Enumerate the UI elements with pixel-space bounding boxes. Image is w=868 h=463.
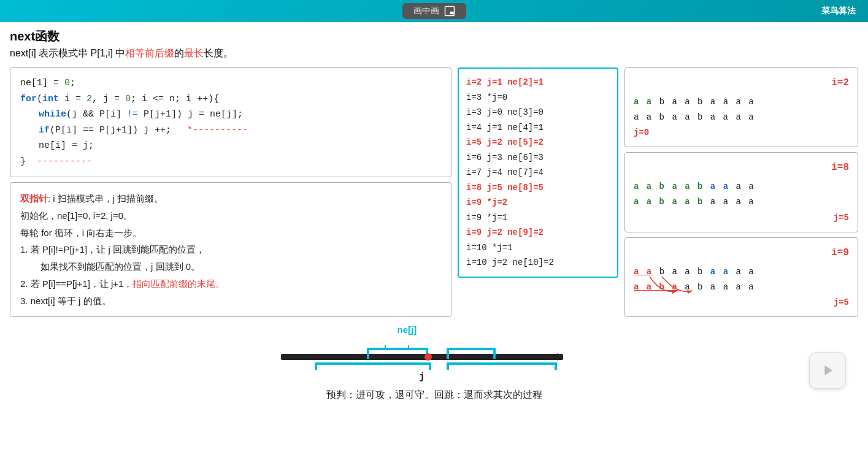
panel-i9: i=9 a a b a a b a a a a a a b a a b a a … — [624, 237, 858, 317]
mid-row-0: i=2 j=1 ne[2]=1 — [466, 75, 610, 90]
right-column: i=2 a a b a a b a a a a a a b a a b a a … — [624, 67, 858, 317]
code-line-4: if(P[i] == P[j+1]) j ++; *---------- — [39, 123, 441, 139]
code-box: ne[1] = 0; for(int i = 2, j = 0; i <= n;… — [10, 67, 451, 177]
panel-i2-row1: a a b a a b a a a a — [634, 94, 849, 110]
left-column: ne[1] = 0; for(int i = 2, j = 0; i <= n;… — [10, 67, 451, 317]
desc-item-2-red: 指向匹配前缀的末尾。 — [133, 278, 225, 289]
svg-rect-4 — [367, 348, 428, 350]
subtitle-mid: 的 — [174, 48, 184, 58]
page-heading: next函数 — [10, 28, 858, 45]
subtitle-suffix: 长度。 — [204, 48, 233, 58]
subtitle-prefix: next[i] 表示模式串 P[1,i] 中 — [10, 48, 125, 58]
svg-rect-14 — [315, 362, 431, 365]
mid-row-7: i=8 j=5 ne[8]=5 — [466, 180, 610, 196]
svg-rect-9 — [493, 348, 496, 359]
middle-column: i=2 j=1 ne[2]=1i=3 *j=0i=3 j=0 ne[3]=0i=… — [458, 67, 618, 278]
bottom-row: ne[j] — [10, 324, 858, 383]
mid-row-1: i=3 *j=0 — [466, 90, 610, 105]
panel-i2-row2: a a b a a b a a a a — [634, 110, 849, 125]
mid-row-2: i=3 j=0 ne[3]=0 — [466, 105, 610, 120]
mid-row-12: i=10 j=2 ne[10]=2 — [466, 255, 610, 270]
subtitle-red2: 最长 — [184, 48, 204, 58]
desc-label-dual: 双指针 — [20, 193, 48, 204]
title-section: next函数 next[i] 表示模式串 P[1,i] 中相等前后缀的最长长度。 — [10, 28, 858, 60]
diagram-svg: j — [263, 331, 606, 386]
svg-marker-21 — [824, 365, 832, 375]
svg-rect-7 — [447, 348, 496, 350]
desc-item-1-sub: 如果找不到能匹配的位置，j 回跳到 0。 — [40, 258, 441, 275]
panel-i9-title: i=9 — [634, 244, 849, 262]
play-icon — [819, 362, 836, 379]
svg-rect-1 — [450, 12, 453, 15]
diagram-container: ne[j] — [263, 324, 606, 383]
mid-row-11: i=10 *j=1 — [466, 240, 610, 256]
svg-rect-5 — [367, 348, 369, 359]
desc-item-1-text: 若 P[i]!=P[j+1]，让 j 回跳到能匹配的位置， — [31, 244, 205, 254]
panel-i8-row2: a a b a a b a a a a — [634, 194, 849, 210]
mid-row-5: i=6 j=3 ne[6]=3 — [466, 150, 610, 166]
panel-i8-title: i=8 — [634, 159, 849, 177]
code-line-2: for(int i = 2, j = 0; i <= n; i ++){ — [20, 91, 441, 107]
play-button[interactable] — [809, 352, 846, 389]
desc-item-3-num: 3. — [20, 296, 28, 306]
panel-i2-j: j=0 — [634, 125, 849, 140]
desc-box: 双指针: i 扫描模式串，j 扫描前缀。 初始化，ne[1]=0, i=2, j… — [10, 182, 451, 317]
picture-in-picture-icon — [444, 6, 455, 17]
desc-line-2: 初始化，ne[1]=0, i=2, j=0。 — [20, 207, 441, 224]
toolbar-center[interactable]: 画中画 — [402, 3, 466, 19]
mid-row-8: i=9 *j=2 — [466, 195, 610, 210]
desc-line-3: 每轮 for 循环，i 向右走一步。 — [20, 224, 441, 242]
svg-rect-3 — [281, 354, 563, 360]
subtitle: next[i] 表示模式串 P[1,i] 中相等前后缀的最长长度。 — [10, 47, 858, 60]
panel-i8-row1: a a b a a b a a a a — [634, 179, 849, 194]
code-line-3: while(j && P[i] != P[j+1]) j = ne[j]; — [39, 107, 441, 123]
mid-row-10: i=9 j=2 ne[9]=2 — [466, 225, 610, 240]
svg-rect-17 — [447, 362, 557, 365]
huazhonghua-label: 画中画 — [413, 6, 439, 17]
panel-i8-j: j=5 — [634, 210, 849, 226]
desc-item-1-sub-text: 如果找不到能匹配的位置，j 回跳到 0。 — [40, 261, 200, 272]
desc-line-1: 双指针: i 扫描模式串，j 扫描前缀。 — [20, 190, 441, 207]
mid-row-3: i=4 j=1 ne[4]=1 — [466, 120, 610, 136]
svg-rect-15 — [315, 362, 317, 370]
svg-rect-19 — [555, 362, 557, 370]
panel-i2-title: i=2 — [634, 74, 849, 92]
code-line-1: ne[1] = 0; — [20, 75, 441, 91]
svg-rect-8 — [447, 348, 449, 359]
panel-i8: i=8 a a b a a b a a a a a a b a a b a a … — [624, 152, 858, 232]
code-line-5: ne[i] = j; — [39, 138, 441, 154]
subtitle-red1: 相等前后缀 — [125, 48, 174, 58]
panel-i2: i=2 a a b a a b a a a a a a b a a b a a … — [624, 67, 858, 147]
desc-item-1-num: 1. — [20, 244, 28, 254]
top-bar: 画中画 菜鸟算法 — [0, 0, 868, 22]
mid-row-4: i=5 j=2 ne[5]=2 — [466, 135, 610, 150]
svg-point-12 — [424, 353, 432, 361]
desc-item-1: 1. 若 P[i]!=P[j+1]，让 j 回跳到能匹配的位置， — [20, 241, 441, 258]
arrow-diagram-i9 — [643, 274, 717, 298]
svg-rect-16 — [429, 362, 431, 370]
desc-item-2-num: 2. — [20, 278, 28, 289]
desc-item-3: 3. next[i] 等于 j 的值。 — [20, 293, 441, 310]
mid-row-9: i=9 *j=1 — [466, 210, 610, 226]
content-row: ne[1] = 0; for(int i = 2, j = 0; i <= n;… — [10, 67, 858, 317]
svg-rect-18 — [447, 362, 449, 370]
desc-item-2-pre: 若 P[i]==P[j+1]，让 j+1， — [31, 278, 133, 289]
mid-row-6: i=7 j=4 ne[7]=4 — [466, 165, 610, 180]
main-content: next函数 next[i] 表示模式串 P[1,i] 中相等前后缀的最长长度。… — [0, 22, 868, 408]
bottom-text: 预判：进可攻，退可守。回跳：退而求其次的过程 — [10, 389, 858, 402]
svg-text:j: j — [419, 372, 425, 383]
brand-label: 菜鸟算法 — [821, 6, 856, 17]
desc-item-2: 2. 若 P[i]==P[j+1]，让 j+1，指向匹配前缀的末尾。 — [20, 275, 441, 293]
code-line-6: } ---------- — [20, 154, 441, 170]
desc-text-1: : i 扫描模式串，j 扫描前缀。 — [48, 193, 163, 204]
desc-item-3-text: next[i] 等于 j 的值。 — [31, 296, 111, 306]
